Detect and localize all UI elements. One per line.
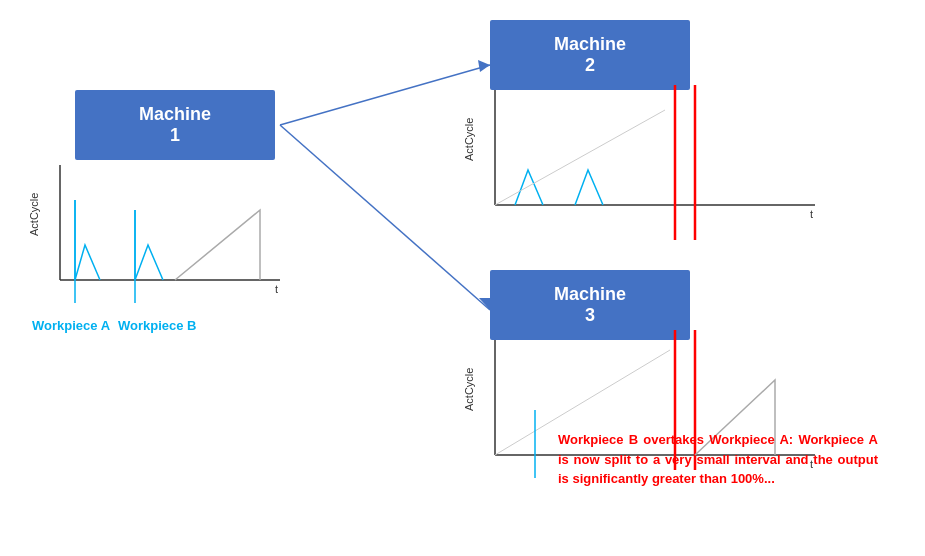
svg-text:ActCycle: ActCycle — [463, 368, 475, 411]
annotation-text: Workpiece B overtakes Workpiece A: Workp… — [558, 430, 878, 489]
svg-marker-9 — [478, 60, 490, 72]
svg-text:t: t — [810, 208, 813, 220]
svg-text:ActCycle: ActCycle — [463, 118, 475, 161]
main-diagram: Machine 1 ActCycle t Workpiece A Workpie… — [0, 0, 925, 556]
machine2-chart: ActCycle t — [455, 80, 875, 240]
